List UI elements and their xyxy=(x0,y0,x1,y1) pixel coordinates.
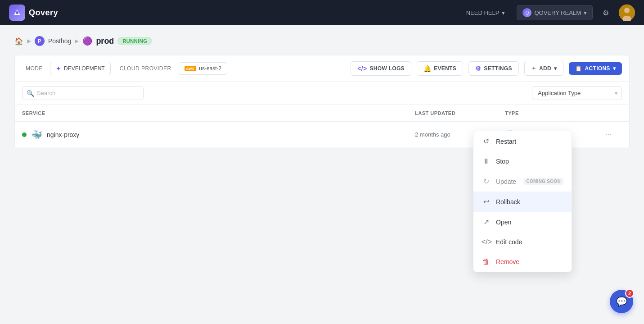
search-wrapper: 🔍 xyxy=(22,86,144,100)
restart-icon: ↺ xyxy=(482,137,491,146)
stop-label: Stop xyxy=(496,158,509,165)
logo-text: Qovery xyxy=(29,8,58,18)
actions-button[interactable]: 📋 ACTIONS ▾ xyxy=(569,62,622,75)
breadcrumb-sep: ▶ xyxy=(27,38,31,44)
toolbar: MODE ✦ DEVELOPMENT CLOUD PROVIDER aws us… xyxy=(14,55,630,81)
table-header: SERVICE LAST UPDATED TYPE xyxy=(15,105,629,122)
breadcrumb-sep-2: ▶ xyxy=(75,38,79,44)
svg-point-1 xyxy=(16,11,18,14)
filter-row: 🔍 Application Type Container Job Lifecyc… xyxy=(14,81,630,105)
env-icon: 🟣 xyxy=(82,36,92,46)
dev-icon: ✦ xyxy=(56,65,61,72)
chevron-down-icon: ▾ xyxy=(613,65,616,72)
open-label: Open xyxy=(496,219,511,226)
topnav-right: NEED HELP ▾ Q QOVERY REALM ▾ ⚙ xyxy=(462,5,635,21)
add-icon: ＋ xyxy=(531,64,536,72)
mode-label: MODE xyxy=(22,63,46,74)
home-icon[interactable]: 🏠 xyxy=(14,37,23,46)
update-label: Update xyxy=(496,178,516,185)
app-type-select[interactable]: Application Type Container Job Lifecycle… xyxy=(532,86,622,100)
menu-item-rollback[interactable]: ↩ Rollback xyxy=(473,192,572,212)
context-menu: ↺ Restart ⏸ Stop ↻ Update COMING SOON ↩ … xyxy=(473,131,572,272)
realm-button[interactable]: Q QOVERY REALM ▾ xyxy=(517,5,593,20)
menu-item-update: ↻ Update COMING SOON xyxy=(473,171,572,192)
realm-icon: Q xyxy=(522,8,531,17)
chevron-down-icon: ▾ xyxy=(584,9,587,16)
coming-soon-badge: COMING SOON xyxy=(523,178,563,185)
show-logs-label: SHOW LOGS xyxy=(370,65,405,72)
events-button[interactable]: 🔔 EVENTS xyxy=(417,61,463,76)
search-icon: 🔍 xyxy=(27,90,34,97)
remove-icon: 🗑 xyxy=(482,258,491,266)
header-last-updated: LAST UPDATED xyxy=(415,110,505,116)
settings-icon: ⚙ xyxy=(475,65,481,72)
aws-icon: aws xyxy=(185,66,197,71)
app-type-select-wrapper: Application Type Container Job Lifecycle… xyxy=(532,86,622,100)
actions-label: ACTIONS xyxy=(585,65,610,72)
settings-label: SETTINGS xyxy=(484,65,512,72)
settings-button[interactable]: ⚙ xyxy=(600,6,612,20)
avatar xyxy=(619,5,635,21)
project-initial: P xyxy=(35,36,45,46)
stop-icon: ⏸ xyxy=(482,157,491,165)
chevron-down-icon: ▾ xyxy=(502,9,505,16)
rollback-label: Rollback xyxy=(496,198,520,205)
events-icon: 🔔 xyxy=(423,65,431,72)
cloud-group: CLOUD PROVIDER aws us-east-2 xyxy=(116,62,228,75)
header-actions xyxy=(595,110,622,116)
rollback-icon: ↩ xyxy=(482,197,491,206)
status-dot-running xyxy=(22,132,27,137)
logs-icon: </> xyxy=(357,65,367,72)
restart-label: Restart xyxy=(496,138,516,145)
remove-label: Remove xyxy=(496,258,519,265)
menu-item-restart[interactable]: ↺ Restart xyxy=(473,131,572,151)
menu-item-remove[interactable]: 🗑 Remove xyxy=(473,252,572,272)
service-name[interactable]: nginx-proxy xyxy=(47,131,79,138)
project-name: Posthog xyxy=(48,37,71,45)
aws-region: us-east-2 xyxy=(199,65,221,72)
chat-icon: 💬 xyxy=(616,296,627,307)
chat-badge: 2 xyxy=(625,289,634,298)
show-logs-button[interactable]: </> SHOW LOGS xyxy=(351,61,411,76)
add-label: ADD xyxy=(539,65,551,72)
service-cell: 🐳 nginx-proxy xyxy=(22,129,415,140)
topnav-left: Qovery xyxy=(9,5,58,21)
menu-item-open[interactable]: ↗ Open xyxy=(473,212,572,232)
settings-button-toolbar[interactable]: ⚙ SETTINGS xyxy=(468,61,519,76)
edit-code-icon: </> xyxy=(482,238,491,246)
env-name: prod xyxy=(96,37,114,46)
chevron-down-icon: ▾ xyxy=(554,65,557,72)
help-label: NEED HELP xyxy=(466,9,500,16)
more-options-button[interactable]: ··· xyxy=(595,128,622,141)
mode-group: MODE ✦ DEVELOPMENT xyxy=(22,62,111,75)
dev-label: DEVELOPMENT xyxy=(64,65,105,72)
topnav: Qovery NEED HELP ▾ Q QOVERY REALM ▾ ⚙ xyxy=(0,0,644,25)
aws-region-button[interactable]: aws us-east-2 xyxy=(179,62,228,75)
open-icon: ↗ xyxy=(482,218,491,226)
help-button[interactable]: NEED HELP ▾ xyxy=(462,7,510,19)
status-badge: RUNNING xyxy=(117,37,152,45)
svg-point-3 xyxy=(624,8,630,13)
header-service: SERVICE xyxy=(22,110,415,116)
realm-label: QOVERY REALM xyxy=(534,9,581,16)
header-type: TYPE xyxy=(505,110,595,116)
add-button[interactable]: ＋ ADD ▾ xyxy=(524,61,564,76)
events-label: EVENTS xyxy=(434,65,456,72)
edit-code-label: Edit code xyxy=(496,238,522,246)
menu-item-edit-code[interactable]: </> Edit code xyxy=(473,232,572,252)
chat-button[interactable]: 💬 2 xyxy=(610,290,633,313)
breadcrumb: 🏠 ▶ P Posthog ▶ 🟣 prod RUNNING xyxy=(14,36,630,46)
development-button[interactable]: ✦ DEVELOPMENT xyxy=(50,62,111,75)
cloud-label: CLOUD PROVIDER xyxy=(116,63,175,74)
actions-icon: 📋 xyxy=(575,65,582,72)
search-input[interactable] xyxy=(22,86,144,100)
logo-icon xyxy=(9,5,25,21)
service-type-icon: 🐳 xyxy=(31,129,42,140)
update-icon: ↻ xyxy=(482,177,491,186)
menu-item-stop[interactable]: ⏸ Stop xyxy=(473,151,572,171)
